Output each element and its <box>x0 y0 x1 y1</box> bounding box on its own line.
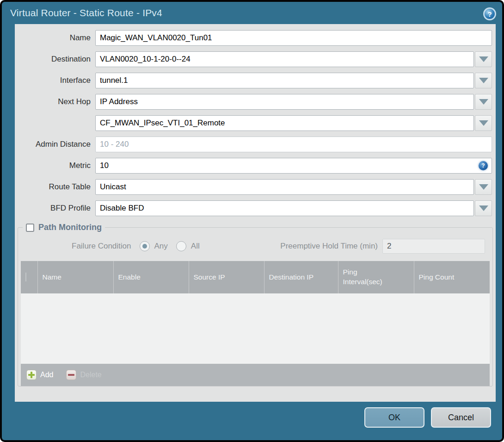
table-toolbar: Add Delete <box>21 364 490 386</box>
bfd-profile-dropdown-button[interactable] <box>475 200 492 216</box>
admin-distance-input[interactable] <box>95 137 492 152</box>
static-route-dialog: Virtual Router - Static Route - IPv4 ? N… <box>2 2 502 440</box>
route-table-field <box>95 179 492 195</box>
interface-row: Interface <box>15 73 496 88</box>
next-hop-row: Next Hop <box>15 94 496 110</box>
column-header-destination-ip[interactable]: Destination IP <box>264 261 338 293</box>
admin-distance-field <box>95 137 492 152</box>
next-hop-address-row <box>15 115 496 131</box>
ok-button[interactable]: OK <box>364 407 424 428</box>
destination-input[interactable] <box>95 51 474 67</box>
column-header-source-ip[interactable]: Source IP <box>189 261 264 293</box>
metric-field: ? <box>95 158 492 174</box>
chevron-down-icon <box>479 184 488 190</box>
next-hop-dropdown-button[interactable] <box>475 94 492 110</box>
interface-dropdown-button[interactable] <box>475 73 492 88</box>
admin-distance-row: Admin Distance <box>15 137 496 152</box>
next-hop-type-input[interactable] <box>95 94 474 110</box>
info-icon[interactable]: ? <box>479 161 488 170</box>
radio-any[interactable] <box>140 241 150 251</box>
failure-condition-row: Failure Condition Any All Preemptive Hol… <box>21 239 490 254</box>
delete-button[interactable]: Delete <box>66 370 101 380</box>
add-button[interactable]: Add <box>26 370 53 380</box>
admin-distance-label: Admin Distance <box>15 140 95 149</box>
next-hop-address-field <box>95 115 492 131</box>
path-monitoring-group: Path Monitoring Failure Condition Any Al… <box>18 223 493 386</box>
destination-label: Destination <box>15 55 95 64</box>
name-row: Name <box>15 30 496 46</box>
chevron-down-icon <box>479 56 488 62</box>
table-empty-row <box>21 293 490 364</box>
next-hop-address-input[interactable] <box>95 115 474 131</box>
table-empty-area <box>21 293 490 364</box>
path-monitoring-title: Path Monitoring <box>38 223 102 232</box>
table-header-row: Name Enable Source IP Destination IP Pin… <box>21 261 490 293</box>
route-table-row: Route Table <box>15 179 496 195</box>
destination-field <box>95 51 492 67</box>
name-field <box>95 30 492 46</box>
dialog-footer: OK Cancel <box>2 402 502 440</box>
interface-field <box>95 73 492 88</box>
titlebar: Virtual Router - Static Route - IPv4 ? <box>2 2 502 24</box>
help-icon[interactable]: ? <box>483 7 496 20</box>
chevron-down-icon <box>479 99 488 105</box>
dialog-window: Virtual Router - Static Route - IPv4 ? N… <box>0 0 504 442</box>
radio-all-label: All <box>191 242 200 251</box>
radio-any-label: Any <box>154 242 168 251</box>
metric-label: Metric <box>15 161 95 170</box>
select-all-checkbox[interactable] <box>25 273 26 281</box>
interface-input[interactable] <box>95 73 474 88</box>
destination-row: Destination <box>15 51 496 67</box>
destination-dropdown-button[interactable] <box>475 51 492 67</box>
metric-input[interactable] <box>95 158 492 174</box>
path-monitoring-legend: Path Monitoring <box>23 223 105 232</box>
bfd-profile-field <box>95 200 492 216</box>
form-area: Name Destination Interface <box>15 24 496 402</box>
route-table-dropdown-button[interactable] <box>475 179 492 195</box>
column-header-enable[interactable]: Enable <box>113 261 189 293</box>
select-all-cell <box>21 261 37 293</box>
radio-all[interactable] <box>176 241 186 251</box>
bfd-profile-label: BFD Profile <box>15 204 95 213</box>
bfd-profile-input[interactable] <box>95 200 474 216</box>
cancel-button[interactable]: Cancel <box>431 407 491 428</box>
metric-row: Metric ? <box>15 158 496 174</box>
name-label: Name <box>15 33 95 43</box>
path-monitoring-checkbox[interactable] <box>26 224 34 232</box>
plus-icon <box>26 370 37 380</box>
column-header-name[interactable]: Name <box>37 261 113 293</box>
chevron-down-icon <box>479 78 488 83</box>
column-header-ping-count[interactable]: Ping Count <box>414 261 490 293</box>
next-hop-field <box>95 94 492 110</box>
next-hop-label: Next Hop <box>15 97 95 106</box>
route-table-input[interactable] <box>95 179 474 195</box>
chevron-down-icon <box>479 205 488 211</box>
route-table-label: Route Table <box>15 182 95 192</box>
failure-condition-label: Failure Condition <box>72 242 131 251</box>
path-monitoring-table: Name Enable Source IP Destination IP Pin… <box>21 261 490 364</box>
column-header-ping-interval[interactable]: Ping Interval(sec) <box>338 261 414 293</box>
bfd-profile-row: BFD Profile <box>15 200 496 216</box>
interface-label: Interface <box>15 76 95 85</box>
chevron-down-icon <box>479 120 488 126</box>
dialog-title: Virtual Router - Static Route - IPv4 <box>10 7 162 19</box>
minus-icon <box>66 370 76 380</box>
preemptive-hold-time-label: Preemptive Hold Time (min) <box>280 242 378 251</box>
preemptive-hold-time-input[interactable] <box>382 239 485 254</box>
name-input[interactable] <box>95 30 492 46</box>
next-hop-address-dropdown-button[interactable] <box>475 115 492 131</box>
